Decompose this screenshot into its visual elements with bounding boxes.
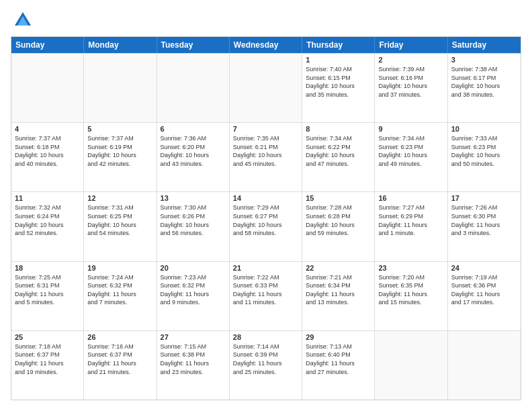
day-number: 14 [233, 194, 298, 202]
day-info: Sunrise: 7:31 AM Sunset: 6:25 PM Dayligh… [87, 203, 152, 237]
calendar-cell: 21Sunrise: 7:22 AM Sunset: 6:33 PM Dayli… [230, 262, 302, 330]
day-number: 28 [233, 333, 298, 341]
calendar-header-cell: Monday [84, 37, 157, 53]
calendar-cell [11, 54, 84, 122]
day-number: 10 [451, 125, 517, 133]
day-number: 1 [306, 56, 371, 64]
day-info: Sunrise: 7:37 AM Sunset: 6:19 PM Dayligh… [87, 134, 152, 168]
day-number: 5 [87, 125, 152, 133]
day-number: 23 [378, 264, 443, 272]
calendar-cell: 2Sunrise: 7:39 AM Sunset: 6:16 PM Daylig… [375, 54, 447, 122]
day-info: Sunrise: 7:13 AM Sunset: 6:40 PM Dayligh… [306, 342, 371, 376]
calendar-cell: 7Sunrise: 7:35 AM Sunset: 6:21 PM Daylig… [230, 123, 302, 191]
calendar-row: 11Sunrise: 7:32 AM Sunset: 6:24 PM Dayli… [11, 191, 521, 261]
calendar-cell: 18Sunrise: 7:25 AM Sunset: 6:31 PM Dayli… [11, 262, 84, 330]
day-info: Sunrise: 7:32 AM Sunset: 6:24 PM Dayligh… [15, 203, 80, 237]
calendar-header-cell: Tuesday [157, 37, 230, 53]
day-number: 20 [161, 264, 226, 272]
calendar-cell: 19Sunrise: 7:24 AM Sunset: 6:32 PM Dayli… [84, 262, 157, 330]
day-info: Sunrise: 7:35 AM Sunset: 6:21 PM Dayligh… [233, 134, 298, 168]
calendar-cell: 5Sunrise: 7:37 AM Sunset: 6:19 PM Daylig… [84, 123, 157, 191]
day-info: Sunrise: 7:34 AM Sunset: 6:23 PM Dayligh… [378, 134, 443, 168]
day-number: 29 [306, 333, 371, 341]
calendar-header-cell: Wednesday [230, 37, 302, 53]
day-number: 13 [161, 194, 226, 202]
day-info: Sunrise: 7:30 AM Sunset: 6:26 PM Dayligh… [161, 203, 226, 237]
calendar-cell: 4Sunrise: 7:37 AM Sunset: 6:18 PM Daylig… [11, 123, 84, 191]
calendar: SundayMondayTuesdayWednesdayThursdayFrid… [11, 36, 521, 400]
calendar-cell: 22Sunrise: 7:21 AM Sunset: 6:34 PM Dayli… [302, 262, 375, 330]
day-number: 9 [378, 125, 443, 133]
calendar-row: 4Sunrise: 7:37 AM Sunset: 6:18 PM Daylig… [11, 122, 521, 191]
day-info: Sunrise: 7:39 AM Sunset: 6:16 PM Dayligh… [378, 65, 443, 99]
day-info: Sunrise: 7:16 AM Sunset: 6:37 PM Dayligh… [87, 342, 152, 376]
calendar-cell: 13Sunrise: 7:30 AM Sunset: 6:26 PM Dayli… [157, 192, 230, 261]
logo-icon [13, 11, 32, 30]
calendar-cell: 14Sunrise: 7:29 AM Sunset: 6:27 PM Dayli… [230, 192, 302, 261]
day-info: Sunrise: 7:14 AM Sunset: 6:39 PM Dayligh… [233, 342, 298, 376]
day-info: Sunrise: 7:20 AM Sunset: 6:35 PM Dayligh… [378, 273, 443, 307]
day-info: Sunrise: 7:26 AM Sunset: 6:30 PM Dayligh… [451, 203, 517, 237]
day-info: Sunrise: 7:34 AM Sunset: 6:22 PM Dayligh… [306, 134, 371, 168]
calendar-cell: 12Sunrise: 7:31 AM Sunset: 6:25 PM Dayli… [84, 192, 157, 261]
day-number: 21 [233, 264, 298, 272]
day-number: 3 [451, 56, 517, 64]
day-info: Sunrise: 7:25 AM Sunset: 6:31 PM Dayligh… [15, 273, 80, 307]
calendar-cell: 27Sunrise: 7:15 AM Sunset: 6:38 PM Dayli… [157, 331, 230, 400]
header [11, 11, 521, 30]
day-number: 2 [378, 56, 443, 64]
day-number: 27 [161, 333, 226, 341]
day-number: 19 [87, 264, 152, 272]
day-number: 16 [378, 194, 443, 202]
day-number: 15 [306, 194, 371, 202]
day-info: Sunrise: 7:33 AM Sunset: 6:23 PM Dayligh… [451, 134, 517, 168]
day-info: Sunrise: 7:19 AM Sunset: 6:36 PM Dayligh… [451, 273, 517, 307]
day-number: 22 [306, 264, 371, 272]
day-number: 11 [15, 194, 80, 202]
page: SundayMondayTuesdayWednesdayThursdayFrid… [0, 0, 532, 411]
day-number: 7 [233, 125, 298, 133]
calendar-cell: 9Sunrise: 7:34 AM Sunset: 6:23 PM Daylig… [375, 123, 447, 191]
calendar-cell [230, 54, 302, 122]
day-info: Sunrise: 7:23 AM Sunset: 6:32 PM Dayligh… [161, 273, 226, 307]
calendar-header-cell: Saturday [448, 37, 521, 53]
calendar-cell: 23Sunrise: 7:20 AM Sunset: 6:35 PM Dayli… [375, 262, 447, 330]
day-number: 12 [87, 194, 152, 202]
calendar-row: 1Sunrise: 7:40 AM Sunset: 6:15 PM Daylig… [11, 53, 521, 122]
day-number: 8 [306, 125, 371, 133]
calendar-cell [448, 331, 521, 400]
calendar-row: 18Sunrise: 7:25 AM Sunset: 6:31 PM Dayli… [11, 261, 521, 330]
day-number: 25 [15, 333, 80, 341]
calendar-cell: 26Sunrise: 7:16 AM Sunset: 6:37 PM Dayli… [84, 331, 157, 400]
calendar-cell: 15Sunrise: 7:28 AM Sunset: 6:28 PM Dayli… [302, 192, 375, 261]
day-info: Sunrise: 7:29 AM Sunset: 6:27 PM Dayligh… [233, 203, 298, 237]
calendar-header-cell: Friday [375, 37, 447, 53]
calendar-cell: 29Sunrise: 7:13 AM Sunset: 6:40 PM Dayli… [302, 331, 375, 400]
day-info: Sunrise: 7:38 AM Sunset: 6:17 PM Dayligh… [451, 65, 517, 99]
calendar-cell: 11Sunrise: 7:32 AM Sunset: 6:24 PM Dayli… [11, 192, 84, 261]
calendar-body: 1Sunrise: 7:40 AM Sunset: 6:15 PM Daylig… [11, 53, 521, 400]
calendar-cell: 10Sunrise: 7:33 AM Sunset: 6:23 PM Dayli… [448, 123, 521, 191]
calendar-cell: 16Sunrise: 7:27 AM Sunset: 6:29 PM Dayli… [375, 192, 447, 261]
calendar-cell: 17Sunrise: 7:26 AM Sunset: 6:30 PM Dayli… [448, 192, 521, 261]
logo [11, 11, 32, 30]
calendar-cell: 24Sunrise: 7:19 AM Sunset: 6:36 PM Dayli… [448, 262, 521, 330]
day-number: 6 [161, 125, 226, 133]
calendar-header: SundayMondayTuesdayWednesdayThursdayFrid… [11, 37, 521, 53]
calendar-cell: 1Sunrise: 7:40 AM Sunset: 6:15 PM Daylig… [302, 54, 375, 122]
calendar-header-cell: Sunday [11, 37, 84, 53]
day-info: Sunrise: 7:15 AM Sunset: 6:38 PM Dayligh… [161, 342, 226, 376]
calendar-cell: 28Sunrise: 7:14 AM Sunset: 6:39 PM Dayli… [230, 331, 302, 400]
calendar-cell: 20Sunrise: 7:23 AM Sunset: 6:32 PM Dayli… [157, 262, 230, 330]
day-number: 4 [15, 125, 80, 133]
calendar-cell [375, 331, 447, 400]
calendar-cell: 25Sunrise: 7:18 AM Sunset: 6:37 PM Dayli… [11, 331, 84, 400]
day-info: Sunrise: 7:24 AM Sunset: 6:32 PM Dayligh… [87, 273, 152, 307]
day-info: Sunrise: 7:21 AM Sunset: 6:34 PM Dayligh… [306, 273, 371, 307]
day-number: 24 [451, 264, 517, 272]
day-info: Sunrise: 7:37 AM Sunset: 6:18 PM Dayligh… [15, 134, 80, 168]
day-number: 26 [87, 333, 152, 341]
day-number: 17 [451, 194, 517, 202]
calendar-cell [84, 54, 157, 122]
day-info: Sunrise: 7:18 AM Sunset: 6:37 PM Dayligh… [15, 342, 80, 376]
